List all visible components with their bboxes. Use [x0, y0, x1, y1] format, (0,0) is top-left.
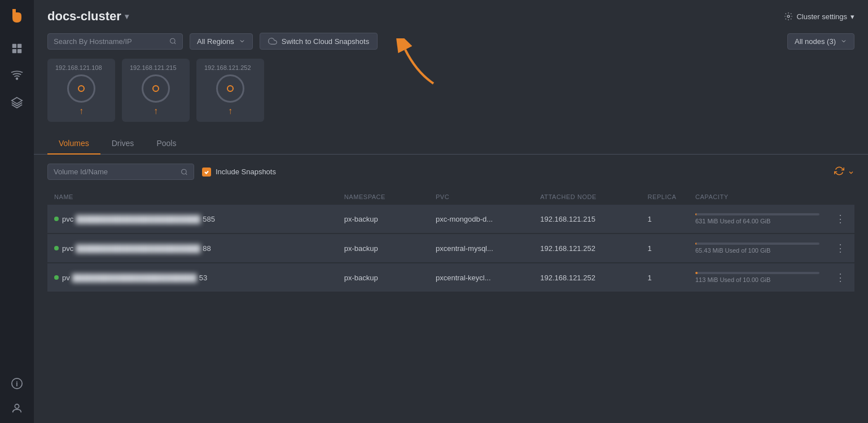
svg-rect-3: [17, 49, 21, 53]
col-attached-node: ATTACHED NODE: [533, 189, 641, 205]
node-circle-0: [67, 74, 95, 103]
svg-point-7: [15, 404, 19, 408]
node-card-2[interactable]: 192.168.121.252 ↑: [196, 59, 264, 122]
col-actions: [826, 189, 854, 205]
search-icon: [169, 37, 177, 45]
cluster-selector[interactable]: docs-cluster ▾: [47, 9, 129, 24]
node-up-arrow-2: ↑: [228, 106, 233, 116]
volume-search-row: Include Snapshots: [34, 164, 868, 189]
cluster-settings-chevron: ▾: [851, 12, 854, 21]
vol-name-blurred: ████████████████████████: [76, 244, 200, 253]
vol-namespace: px-backup: [337, 205, 429, 233]
vol-replica: 1: [641, 233, 689, 263]
sidebar-item-layers[interactable]: [9, 95, 25, 111]
tab-drives[interactable]: Drives: [100, 133, 146, 155]
node-status-1: [152, 85, 159, 92]
node-card-1[interactable]: 192.168.121.215 ↑: [122, 59, 190, 122]
row-more-button[interactable]: ⋮: [833, 271, 848, 284]
sidebar-item-grid[interactable]: [9, 41, 25, 56]
svg-rect-0: [12, 44, 16, 48]
vol-capacity: 65.43 MiB Used of 100 GiB: [689, 233, 826, 263]
volume-search-icon: [181, 168, 188, 176]
node-status-0: [78, 85, 85, 92]
tab-pools[interactable]: Pools: [145, 133, 187, 155]
status-dot: [54, 217, 59, 221]
all-nodes-dropdown[interactable]: All nodes (3): [787, 33, 854, 50]
tab-volumes[interactable]: Volumes: [47, 133, 100, 155]
volume-search-box[interactable]: [47, 164, 194, 180]
row-more-button[interactable]: ⋮: [833, 242, 848, 254]
status-dot: [54, 275, 59, 280]
svg-point-11: [182, 169, 187, 174]
checkbox-checked-icon: [202, 168, 211, 177]
svg-text:i: i: [16, 380, 17, 388]
sidebar-item-user[interactable]: [9, 400, 25, 416]
node-circle-1: [142, 74, 170, 103]
svg-point-9: [170, 38, 175, 43]
col-namespace: NAMESPACE: [337, 189, 429, 205]
sidebar-bottom: i: [9, 376, 25, 416]
sidebar-item-signal[interactable]: [9, 68, 25, 83]
table-row[interactable]: pv ████████████████████████ 53 px-backup…: [47, 263, 854, 292]
include-snapshots-label: Include Snapshots: [216, 168, 276, 176]
sidebar-item-info[interactable]: i: [9, 376, 25, 391]
volumes-table-container: NAME NAMESPACE PVC ATTACHED NODE REPLICA…: [34, 189, 868, 423]
gear-icon: [784, 12, 793, 21]
app-logo[interactable]: [8, 7, 26, 25]
col-replica: REPLICA: [641, 189, 689, 205]
include-snapshots-checkbox[interactable]: Include Snapshots: [202, 168, 276, 177]
node-up-arrow-0: ↑: [79, 106, 84, 116]
vol-replica: 1: [641, 263, 689, 292]
sidebar: i: [0, 0, 34, 423]
row-more-button[interactable]: ⋮: [833, 213, 848, 225]
vol-capacity: 631 MiB Used of 64.00 GiB: [689, 205, 826, 233]
vol-pvc: pxcentral-keycl...: [429, 263, 533, 292]
cluster-chevron: ▾: [125, 12, 129, 21]
controls-row: All Regions Switch to Cloud Snapshots: [34, 33, 868, 59]
cloud-icon: [268, 37, 277, 46]
hostname-search-box[interactable]: [47, 33, 183, 50]
capacity-text: 631 MiB Used of 64.00 GiB: [695, 218, 819, 224]
table-row[interactable]: pvc ████████████████████████ 88 px-backu…: [47, 233, 854, 263]
vol-name-suffix: 53: [199, 274, 207, 282]
col-name: NAME: [47, 189, 337, 205]
capacity-text: 65.43 MiB Used of 100 GiB: [695, 247, 819, 254]
node-card-0[interactable]: 192.168.121.108 ↑: [47, 59, 115, 122]
cluster-name: docs-cluster: [47, 9, 121, 24]
vol-pvc: pxcentral-mysql...: [429, 233, 533, 263]
node-status-2: [227, 85, 234, 92]
cloud-snapshots-label: Switch to Cloud Snapshots: [282, 37, 369, 46]
vol-node: 192.168.121.252: [533, 233, 641, 263]
main-content: docs-cluster ▾ Cluster settings ▾ All Re…: [34, 0, 868, 423]
capacity-text: 113 MiB Used of 10.00 GiB: [695, 276, 819, 283]
vol-replica: 1: [641, 205, 689, 233]
all-nodes-chevron-icon: [840, 38, 847, 45]
nodes-row: 192.168.121.108 ↑ 192.168.121.215 ↑ 192.…: [34, 59, 868, 133]
vol-name-suffix: 88: [203, 244, 211, 253]
hostname-search-input[interactable]: [54, 37, 165, 46]
svg-point-8: [787, 15, 790, 17]
volume-search-input[interactable]: [54, 168, 176, 176]
regions-dropdown[interactable]: All Regions: [190, 33, 253, 50]
table-header: NAME NAMESPACE PVC ATTACHED NODE REPLICA…: [47, 189, 854, 205]
svg-rect-2: [12, 49, 16, 53]
cluster-settings-button[interactable]: Cluster settings ▾: [784, 12, 854, 21]
vol-namespace: px-backup: [337, 263, 429, 292]
vol-name-prefix: pvc: [62, 215, 73, 223]
refresh-button[interactable]: [834, 166, 854, 178]
table-row[interactable]: pvc ████████████████████████ 585 px-back…: [47, 205, 854, 233]
node-up-arrow-1: ↑: [154, 106, 158, 116]
col-pvc: PVC: [429, 189, 533, 205]
vol-capacity: 113 MiB Used of 10.00 GiB: [689, 263, 826, 292]
all-nodes-label: All nodes (3): [795, 37, 836, 46]
node-ip-2: 192.168.121.252: [204, 64, 251, 71]
vol-name-prefix: pv: [62, 274, 70, 282]
vol-node: 192.168.121.215: [533, 205, 641, 233]
cloud-snapshots-button[interactable]: Switch to Cloud Snapshots: [260, 33, 378, 50]
vol-name-blurred: ████████████████████████: [72, 274, 197, 282]
cluster-settings-label: Cluster settings: [796, 12, 847, 21]
volumes-table: NAME NAMESPACE PVC ATTACHED NODE REPLICA…: [47, 189, 854, 293]
vol-name-blurred: ████████████████████████: [76, 215, 200, 223]
regions-chevron-icon: [239, 38, 246, 45]
vol-name-suffix: 585: [203, 215, 215, 223]
